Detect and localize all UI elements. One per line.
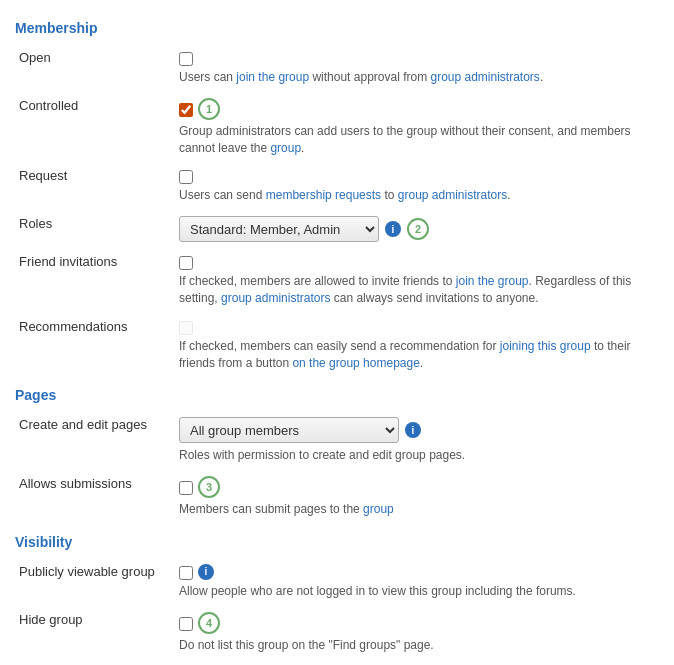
controlled-group-link[interactable]: group — [270, 141, 301, 155]
request-row: Request Users can send membership reques… — [15, 162, 659, 210]
publicly-viewable-label: Publicly viewable group — [15, 558, 175, 606]
friend-invitations-label: Friend invitations — [15, 248, 175, 313]
visibility-table: Publicly viewable group i Allow people w… — [15, 558, 659, 665]
request-label: Request — [15, 162, 175, 210]
publicly-viewable-checkbox[interactable] — [179, 566, 193, 580]
create-edit-select[interactable]: All group members — [179, 417, 399, 443]
open-label: Open — [15, 44, 175, 92]
membership-section: Membership Open Users can join the group… — [15, 20, 659, 377]
roles-row: Roles Standard: Member, Admin i 2 — [15, 210, 659, 248]
request-membership-link[interactable]: membership requests — [266, 188, 381, 202]
allows-submissions-checkbox[interactable] — [179, 481, 193, 495]
allows-submissions-row: Allows submissions 3 Members can submit … — [15, 470, 659, 524]
open-join-link[interactable]: join the group — [236, 70, 309, 84]
open-checkbox[interactable] — [179, 52, 193, 66]
membership-title: Membership — [15, 20, 659, 36]
controlled-badge: 1 — [198, 98, 220, 120]
open-control: Users can join the group without approva… — [175, 44, 659, 92]
hide-group-checkbox[interactable] — [179, 617, 193, 631]
request-checkbox[interactable] — [179, 170, 193, 184]
recommendations-help: If checked, members can easily send a re… — [179, 338, 655, 372]
create-edit-control: All group members i Roles with permissio… — [175, 411, 659, 470]
create-edit-info-icon[interactable]: i — [405, 422, 421, 438]
allows-submissions-label: Allows submissions — [15, 470, 175, 524]
controlled-control: 1 Group administrators can add users to … — [175, 92, 659, 163]
create-edit-help: Roles with permission to create and edit… — [179, 447, 655, 464]
allows-submissions-control: 3 Members can submit pages to the group — [175, 470, 659, 524]
controlled-row: Controlled 1 Group administrators can ad… — [15, 92, 659, 163]
visibility-section: Visibility Publicly viewable group i All… — [15, 534, 659, 665]
request-control: Users can send membership requests to gr… — [175, 162, 659, 210]
hide-group-label: Hide group — [15, 606, 175, 660]
hide-group-control: 4 Do not list this group on the "Find gr… — [175, 606, 659, 660]
visibility-title: Visibility — [15, 534, 659, 550]
controlled-help: Group administrators can add users to th… — [179, 123, 655, 157]
request-help: Users can send membership requests to gr… — [179, 187, 655, 204]
friend-invitations-checkbox[interactable] — [179, 256, 193, 270]
create-edit-row: Create and edit pages All group members … — [15, 411, 659, 470]
publicly-viewable-help: Allow people who are not logged in to vi… — [179, 583, 655, 600]
friend-invitations-row: Friend invitations If checked, members a… — [15, 248, 659, 313]
pages-table: Create and edit pages All group members … — [15, 411, 659, 524]
friend-invitations-help: If checked, members are allowed to invit… — [179, 273, 655, 307]
publicly-viewable-control: i Allow people who are not logged in to … — [175, 558, 659, 606]
membership-table: Open Users can join the group without ap… — [15, 44, 659, 377]
allows-submissions-group-link[interactable]: group — [363, 502, 394, 516]
publicly-viewable-info-icon[interactable]: i — [198, 564, 214, 580]
friend-invitations-control: If checked, members are allowed to invit… — [175, 248, 659, 313]
roles-select[interactable]: Standard: Member, Admin — [179, 216, 379, 242]
recommendations-row: Recommendations If checked, members can … — [15, 313, 659, 378]
request-admin-link[interactable]: group administrators — [398, 188, 507, 202]
hide-group-help: Do not list this group on the "Find grou… — [179, 637, 655, 654]
controlled-label: Controlled — [15, 92, 175, 163]
publicly-viewable-row: Publicly viewable group i Allow people w… — [15, 558, 659, 606]
allows-submissions-badge: 3 — [198, 476, 220, 498]
recommendations-join-link[interactable]: joining this group — [500, 339, 591, 353]
open-help: Users can join the group without approva… — [179, 69, 655, 86]
roles-info-icon[interactable]: i — [385, 221, 401, 237]
friend-admin-link[interactable]: group administrators — [221, 291, 330, 305]
roles-label: Roles — [15, 210, 175, 248]
recommendations-control: If checked, members can easily send a re… — [175, 313, 659, 378]
create-edit-label: Create and edit pages — [15, 411, 175, 470]
hide-group-row: Hide group 4 Do not list this group on t… — [15, 606, 659, 660]
open-admin-link[interactable]: group administrators — [430, 70, 539, 84]
roles-badge: 2 — [407, 218, 429, 240]
recommendations-checkbox — [179, 321, 193, 335]
controlled-checkbox[interactable] — [179, 103, 193, 117]
open-row: Open Users can join the group without ap… — [15, 44, 659, 92]
recommendations-homepage-link[interactable]: on the group homepage — [292, 356, 419, 370]
pages-title: Pages — [15, 387, 659, 403]
roles-control: Standard: Member, Admin i 2 — [175, 210, 659, 248]
hide-membership-control: 5 Hide the group's membership listing fr… — [175, 660, 659, 665]
recommendations-label: Recommendations — [15, 313, 175, 378]
hide-membership-row: Hide membership 5 Hide the group's membe… — [15, 660, 659, 665]
hide-group-badge: 4 — [198, 612, 220, 634]
friend-join-link[interactable]: join the group — [456, 274, 529, 288]
pages-section: Pages Create and edit pages All group me… — [15, 387, 659, 524]
allows-submissions-help: Members can submit pages to the group — [179, 501, 655, 518]
hide-membership-label: Hide membership — [15, 660, 175, 665]
